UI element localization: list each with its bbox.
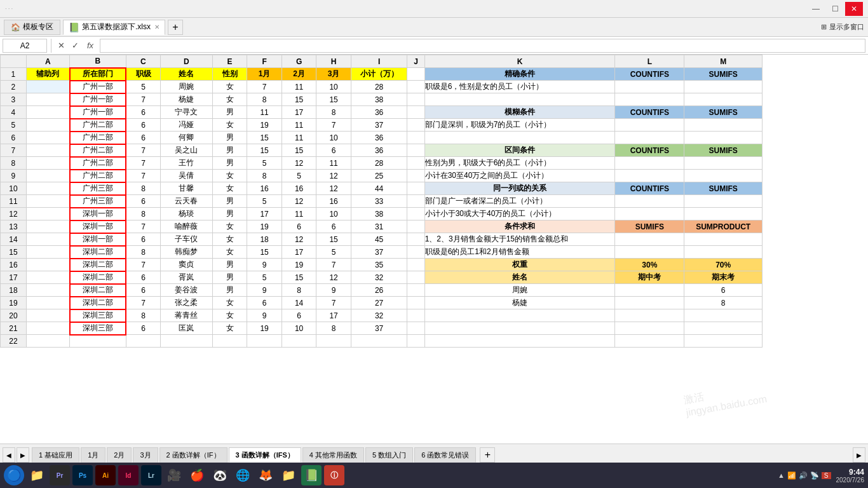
- cell-B12[interactable]: 深圳一部: [70, 208, 126, 220]
- cell-F19[interactable]: 6: [247, 297, 282, 309]
- cell-L10[interactable]: COUNTIFS: [615, 182, 684, 195]
- cell-H6[interactable]: 10: [316, 132, 351, 144]
- taskbar-icon-app1[interactable]: 🍎: [187, 465, 207, 485]
- cell-E8[interactable]: 男: [212, 157, 247, 170]
- cell-M13[interactable]: SUMPRODUCT: [684, 220, 763, 233]
- cell-M8[interactable]: [684, 157, 763, 170]
- cell-L9[interactable]: [615, 170, 684, 182]
- cell-K5[interactable]: 部门是深圳，职级为7的员工（小计）: [424, 119, 615, 132]
- cell-A10[interactable]: [26, 182, 69, 195]
- cell-G13[interactable]: 6: [281, 220, 316, 233]
- cell-L12[interactable]: [615, 208, 684, 220]
- cell-H13[interactable]: 6: [316, 220, 351, 233]
- cell-H2[interactable]: 10: [316, 81, 351, 93]
- cell-F10[interactable]: 16: [247, 182, 282, 195]
- cell-J18[interactable]: [407, 284, 424, 297]
- cell-C22[interactable]: [126, 335, 161, 348]
- cell-G5[interactable]: 11: [281, 119, 316, 132]
- cell-D21[interactable]: 匡岚: [161, 322, 213, 335]
- cell-L7[interactable]: COUNTIFS: [615, 144, 684, 157]
- col-header-C[interactable]: C: [126, 55, 161, 68]
- cell-K13[interactable]: 条件求和: [424, 220, 615, 233]
- cell-B18[interactable]: 深圳二部: [70, 284, 126, 297]
- cell-K16[interactable]: 权重: [424, 259, 615, 271]
- cell-A5[interactable]: [26, 119, 69, 132]
- cell-I2[interactable]: 28: [351, 81, 407, 93]
- cell-E2[interactable]: 女: [212, 81, 247, 93]
- cell-C4[interactable]: 6: [126, 106, 161, 119]
- sheet-nav-right[interactable]: ▶: [17, 447, 29, 463]
- col-header-D[interactable]: D: [161, 55, 213, 68]
- cell-C3[interactable]: 7: [126, 93, 161, 106]
- title-bar-controls[interactable]: — ☐ ✕: [807, 2, 863, 16]
- cell-G1[interactable]: 2月: [281, 68, 316, 81]
- cell-I21[interactable]: 37: [351, 322, 407, 335]
- cell-M15[interactable]: [684, 246, 763, 259]
- sheet-tab-函数详解IFS[interactable]: 3 函数详解（IFS）: [229, 447, 301, 463]
- cell-C16[interactable]: 7: [126, 259, 161, 271]
- cell-H3[interactable]: 15: [316, 93, 351, 106]
- multi-window-btn[interactable]: ⊞ 显示多窗口: [821, 22, 864, 32]
- minimize-button[interactable]: —: [807, 2, 825, 16]
- cell-K7[interactable]: 区间条件: [424, 144, 615, 157]
- cell-H7[interactable]: 6: [316, 144, 351, 157]
- add-sheet-button[interactable]: +: [480, 447, 495, 463]
- cell-I18[interactable]: 26: [351, 284, 407, 297]
- cell-I19[interactable]: 27: [351, 297, 407, 309]
- cell-A17[interactable]: [26, 271, 69, 284]
- cell-M3[interactable]: [684, 93, 763, 106]
- cell-J20[interactable]: [407, 309, 424, 322]
- cell-H11[interactable]: 16: [316, 195, 351, 208]
- cell-E11[interactable]: 男: [212, 195, 247, 208]
- cell-F14[interactable]: 18: [247, 233, 282, 246]
- cell-M22[interactable]: [684, 335, 763, 348]
- cell-M4[interactable]: SUMIFS: [684, 106, 763, 119]
- cell-L11[interactable]: [615, 195, 684, 208]
- cell-E21[interactable]: 女: [212, 322, 247, 335]
- cell-A7[interactable]: [26, 144, 69, 157]
- cell-C14[interactable]: 6: [126, 233, 161, 246]
- cell-F2[interactable]: 7: [247, 81, 282, 93]
- cell-M18[interactable]: 6: [684, 284, 763, 297]
- cell-A2[interactable]: [26, 81, 69, 93]
- cell-J19[interactable]: [407, 297, 424, 309]
- taskbar-icon-browser[interactable]: 🔵: [4, 465, 24, 485]
- cell-F16[interactable]: 9: [247, 259, 282, 271]
- cell-L2[interactable]: [615, 81, 684, 93]
- cell-A4[interactable]: [26, 106, 69, 119]
- cell-C18[interactable]: 6: [126, 284, 161, 297]
- cell-L3[interactable]: [615, 93, 684, 106]
- cell-D1[interactable]: 姓名: [161, 68, 213, 81]
- cell-M5[interactable]: [684, 119, 763, 132]
- sheet-tab-1月[interactable]: 1月: [81, 447, 105, 463]
- cell-M20[interactable]: [684, 309, 763, 322]
- cell-F15[interactable]: 15: [247, 246, 282, 259]
- cell-D19[interactable]: 张之柔: [161, 297, 213, 309]
- formula-input[interactable]: [100, 39, 865, 53]
- cell-M17[interactable]: 期末考: [684, 271, 763, 284]
- excel-file-tab[interactable]: 📗 第五课数据源下.xlsx ✕: [63, 20, 165, 35]
- cell-B2[interactable]: 广州一部: [70, 81, 126, 93]
- cell-E1[interactable]: 性别: [212, 68, 247, 81]
- cell-J17[interactable]: [407, 271, 424, 284]
- col-header-G[interactable]: G: [281, 55, 316, 68]
- cell-H5[interactable]: 7: [316, 119, 351, 132]
- cell-A22[interactable]: [26, 335, 69, 348]
- cell-K1[interactable]: 精确条件: [424, 68, 615, 81]
- cell-A13[interactable]: [26, 220, 69, 233]
- cell-F12[interactable]: 17: [247, 208, 282, 220]
- cell-D11[interactable]: 云天春: [161, 195, 213, 208]
- cell-A18[interactable]: [26, 284, 69, 297]
- cell-C1[interactable]: 职级: [126, 68, 161, 81]
- cell-E3[interactable]: 女: [212, 93, 247, 106]
- cell-L4[interactable]: COUNTIFS: [615, 106, 684, 119]
- col-header-B[interactable]: B: [70, 55, 126, 68]
- cell-G12[interactable]: 11: [281, 208, 316, 220]
- close-file-icon[interactable]: ✕: [154, 24, 159, 30]
- cell-I20[interactable]: 32: [351, 309, 407, 322]
- cell-M16[interactable]: 70%: [684, 259, 763, 271]
- cell-M9[interactable]: [684, 170, 763, 182]
- cell-L15[interactable]: [615, 246, 684, 259]
- col-header-H[interactable]: H: [316, 55, 351, 68]
- cell-B22[interactable]: [70, 335, 126, 348]
